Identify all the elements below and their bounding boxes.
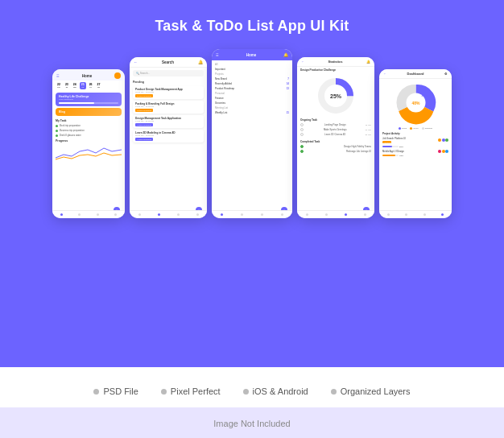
back-icon: ← xyxy=(301,60,304,64)
top-section: Task & ToDo List App UI Kit ☰ Home 22Mo … xyxy=(0,0,504,367)
phone-search-inner: ← Search 🔔 🔍 Search... Pending Product D… xyxy=(130,57,207,218)
phone-statistics: ← Statistics 🔔 Design Productive Challen… xyxy=(297,57,374,218)
phone-search: ← Search 🔔 🔍 Search... Pending Product D… xyxy=(130,57,207,218)
bottom-nav xyxy=(130,210,207,218)
not-included-text: Image Not Included xyxy=(213,419,290,428)
feature-layers: Organized Layers xyxy=(331,386,411,396)
wave-chart xyxy=(52,143,125,163)
phone-home-purple: ☰ Home 🔔 All Important Projects New Bran… xyxy=(212,49,292,218)
phone-dashboard-inner: ← Dashboard ⚙ 48% 40% xyxy=(379,69,452,218)
bottom-nav xyxy=(52,210,125,218)
donut-chart: 25% xyxy=(297,73,374,117)
feature-label: Organized Layers xyxy=(341,386,411,396)
task-item: Learn 3D Modeling in Cinema 4D 06:00 pm … xyxy=(133,130,204,143)
not-included-bar: Image Not Included xyxy=(0,407,504,438)
date-item: 23Tu xyxy=(64,82,70,89)
task-card-2: Blog xyxy=(56,108,122,116)
list-item: Weekly List 21 xyxy=(215,110,289,115)
p1-title: Home xyxy=(82,74,93,78)
features-row: PSD File Pixel Perfect iOS & Android Org… xyxy=(0,378,504,404)
p4-header: ← Statistics 🔔 xyxy=(297,57,374,67)
project-item: Job Search Platform UI Pending xyxy=(382,136,448,145)
feature-dot xyxy=(331,389,337,395)
phone-home-inner: ☰ Home 22Mo 23Tu 24We 25Th 26Fr 27Sa Hea… xyxy=(52,69,125,218)
page-title: Task & ToDo List App UI Kit xyxy=(16,18,488,35)
task-item: Packing & Branding Full Design 10:00 am … xyxy=(133,101,204,114)
bell-icon: 🔔 xyxy=(283,52,288,57)
project-activity: Project Activity Job Search Platform UI … xyxy=(379,130,452,159)
feature-ios: iOS & Android xyxy=(243,386,308,396)
search-bar[interactable]: 🔍 Search... xyxy=(133,70,204,76)
tasks-section-title: My Task xyxy=(52,118,125,123)
p3-header: ☰ Home 🔔 xyxy=(212,49,292,60)
phone-dashboard: ← Dashboard ⚙ 48% 40% xyxy=(379,69,452,218)
feature-label: iOS & Android xyxy=(253,386,308,396)
date-item: 22Mo xyxy=(56,82,62,89)
pending-title: Pending xyxy=(130,79,207,85)
svg-text:25%: 25% xyxy=(330,93,342,99)
phone-home: ☰ Home 22Mo 23Tu 24We 25Th 26Fr 27Sa Hea… xyxy=(52,69,125,218)
bottom-section: PSD File Pixel Perfect iOS & Android Org… xyxy=(0,367,504,438)
date-item: 26Fr xyxy=(88,82,94,89)
p1-dates: 22Mo 23Tu 24We 25Th 26Fr 27Sa xyxy=(52,81,125,91)
challenge-title: Design Productive Challenge xyxy=(297,67,374,73)
task-item: Design Management Task Application 12:00… xyxy=(133,115,204,128)
feature-dot xyxy=(243,389,249,395)
bottom-nav xyxy=(212,210,292,218)
task-row: Redesign Job Listings UI xyxy=(300,149,371,154)
feature-pixel: Pixel Perfect xyxy=(161,386,221,396)
avatar xyxy=(114,72,121,79)
project-item: Mobile App UI Design xyxy=(382,149,448,154)
back-icon: ← xyxy=(134,60,138,64)
date-item: 27Sa xyxy=(96,82,102,89)
menu-icon: ☰ xyxy=(216,53,219,57)
feature-psd: PSD File xyxy=(93,386,138,396)
feature-dot xyxy=(161,389,167,395)
feature-label: PSD File xyxy=(103,386,138,396)
feature-dot xyxy=(93,389,99,395)
phone-home-purple-inner: ☰ Home 🔔 All Important Projects New Bran… xyxy=(212,49,292,218)
task-row: Learn 3D Cinema 4D 30 Jun xyxy=(300,132,371,137)
p2-header: ← Search 🔔 xyxy=(130,57,207,68)
date-item: 24We xyxy=(72,82,78,89)
menu-icon: ☰ xyxy=(56,74,60,78)
phone-statistics-inner: ← Statistics 🔔 Design Productive Challen… xyxy=(297,57,374,218)
p1-header: ☰ Home xyxy=(52,69,125,81)
phones-row: ☰ Home 22Mo 23Tu 24We 25Th 26Fr 27Sa Hea… xyxy=(16,49,488,218)
svg-text:48%: 48% xyxy=(411,101,420,105)
svg-text:40%: 40% xyxy=(421,94,427,97)
back-icon: ← xyxy=(383,72,386,76)
p3-list: All Important Projects New Brand 7 Recen… xyxy=(212,60,292,117)
task-item: Product Design Task Management App 09:00… xyxy=(133,86,204,99)
bell-icon: 🔔 xyxy=(198,60,203,64)
bottom-nav xyxy=(379,210,452,218)
task-card-1: Healthy Life Challenge Task Remaining xyxy=(56,93,122,106)
completed-section: Completed Task Design High-Fidelity Team… xyxy=(297,138,374,155)
p5-header: ← Dashboard ⚙ xyxy=(379,69,452,79)
gear-icon: ⚙ xyxy=(444,72,448,76)
bottom-nav xyxy=(297,210,374,218)
date-item-active: 25Th xyxy=(80,82,86,89)
pie-chart: 48% 40% xyxy=(379,79,452,126)
bell-icon: 🔔 xyxy=(366,60,370,64)
ongoing-section: Ongoing Task Landing Page Design 15 Jun … xyxy=(297,117,374,138)
feature-label: Pixel Perfect xyxy=(171,386,221,396)
